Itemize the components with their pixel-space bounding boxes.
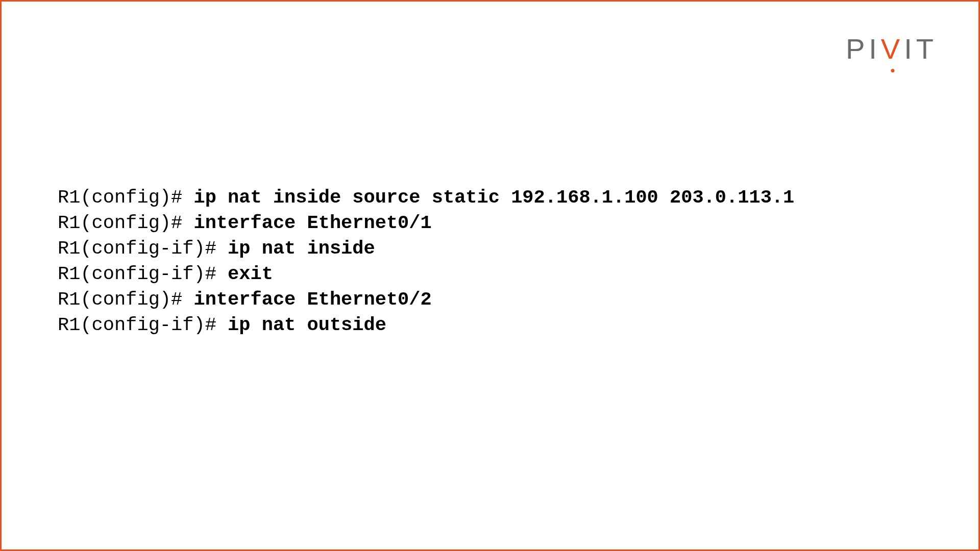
cli-command: interface Ethernet0/1 (193, 212, 431, 234)
cli-prompt: R1(config-if)# (58, 238, 228, 259)
terminal-block: R1(config)# ip nat inside source static … (58, 185, 794, 338)
cli-prompt: R1(config)# (58, 289, 193, 310)
cli-line: R1(config)# interface Ethernet0/1 (58, 211, 794, 236)
logo-letter-v: V (881, 32, 904, 65)
cli-line: R1(config)# ip nat inside source static … (58, 185, 794, 211)
cli-prompt: R1(config)# (58, 187, 193, 208)
cli-line: R1(config-if)# ip nat inside (58, 236, 794, 262)
cli-command: exit (228, 263, 273, 285)
cli-line: R1(config-if)# ip nat outside (58, 313, 794, 338)
slide-frame: P I V I T R1(config)# ip nat inside sour… (0, 0, 980, 551)
cli-command: interface Ethernet0/2 (193, 289, 431, 310)
logo-letter-i2: I (904, 32, 916, 65)
logo-dot-icon (891, 69, 894, 72)
cli-command: ip nat outside (228, 314, 386, 336)
cli-line: R1(config)# interface Ethernet0/2 (58, 287, 794, 313)
pivit-logo: P I V I T (846, 32, 938, 65)
logo-letter-v-glyph: V (881, 33, 904, 65)
cli-line: R1(config-if)# exit (58, 262, 794, 287)
cli-prompt: R1(config-if)# (58, 263, 228, 285)
logo-letter-p: P (846, 32, 869, 65)
cli-command: ip nat inside (228, 238, 375, 259)
logo-letter-t: T (916, 32, 938, 65)
logo-letter-i: I (869, 32, 881, 65)
cli-prompt: R1(config)# (58, 212, 193, 234)
cli-prompt: R1(config-if)# (58, 314, 228, 336)
cli-command: ip nat inside source static 192.168.1.10… (193, 187, 794, 208)
